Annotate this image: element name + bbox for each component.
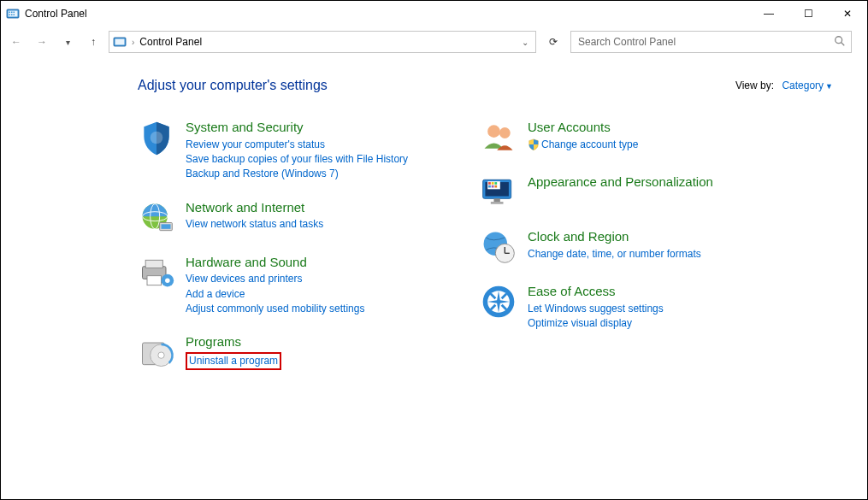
ease-of-access-icon [480,283,517,321]
svg-rect-20 [147,275,162,285]
view-by-value[interactable]: Category [782,79,824,91]
svg-rect-32 [492,182,494,185]
category-title[interactable]: Hardware and Sound [186,254,364,271]
svg-point-40 [495,244,514,262]
breadcrumb[interactable]: Control Panel [139,36,513,48]
category-title[interactable]: Ease of Access [528,283,664,300]
link-mobility[interactable]: Adjust commonly used mobility settings [186,302,364,316]
link-date-time-formats[interactable]: Change date, time, or number formats [528,247,701,262]
category-user-accounts: User Accounts Change account type [480,119,736,156]
svg-rect-34 [488,185,491,188]
back-button[interactable]: ← [6,32,27,52]
svg-rect-38 [491,202,504,204]
clock-globe-icon [480,228,517,266]
up-button[interactable]: ↑ [83,32,103,52]
monitor-icon [480,174,517,211]
svg-point-22 [165,278,170,283]
svg-rect-5 [9,15,11,16]
svg-point-27 [499,127,511,138]
chevron-right-icon: › [132,38,134,47]
window-title: Control Panel [25,8,87,20]
svg-rect-17 [162,224,171,229]
page-header: Adjust your computer's settings View by:… [138,78,833,93]
control-panel-icon [113,35,127,49]
forward-button[interactable]: → [32,32,52,52]
svg-point-12 [151,132,163,144]
svg-rect-19 [145,260,162,268]
globe-icon [138,199,175,237]
close-button[interactable]: ✕ [828,1,867,26]
svg-rect-36 [494,185,497,188]
link-review-status[interactable]: Review your computer's status [186,138,408,152]
category-title[interactable]: Network and Internet [186,199,323,216]
titlebar: Control Panel — ☐ ✕ [1,1,867,26]
svg-rect-7 [14,15,15,16]
svg-line-11 [841,42,845,45]
category-title[interactable]: System and Security [186,119,408,136]
maximize-button[interactable]: ☐ [788,1,828,26]
category-ease-of-access: Ease of Access Let Windows suggest setti… [480,283,736,331]
users-icon [480,119,517,156]
printer-icon [138,254,175,291]
svg-rect-6 [11,15,13,16]
category-title[interactable]: Programs [186,333,281,350]
shield-icon [138,119,175,156]
highlight-uninstall: Uninstall a program [186,352,281,370]
nav-row: ← → ▾ ↑ › Control Panel ⌄ ⟳ [1,26,867,57]
content-area: Adjust your computer's settings View by:… [1,57,867,388]
svg-rect-31 [488,182,491,185]
svg-rect-35 [492,185,494,188]
link-change-account-type[interactable]: Change account type [528,138,638,152]
link-devices-printers[interactable]: View devices and printers [186,272,364,286]
svg-rect-33 [494,182,497,185]
category-title[interactable]: Appearance and Personalization [528,174,713,191]
view-by: View by: Category▼ [735,79,833,91]
link-backup-restore[interactable]: Backup and Restore (Windows 7) [186,167,408,181]
svg-rect-9 [115,39,125,45]
svg-rect-4 [14,12,15,14]
link-network-status[interactable]: View network status and tasks [186,217,323,232]
search-input[interactable] [576,35,834,49]
chevron-down-icon[interactable]: ▼ [825,82,833,91]
link-add-device[interactable]: Add a device [186,287,364,302]
category-appearance: Appearance and Personalization [480,174,736,211]
svg-rect-37 [494,198,500,202]
uac-shield-icon [528,138,540,150]
category-hardware: Hardware and Sound View devices and prin… [138,254,428,317]
view-by-label: View by: [735,79,774,91]
svg-point-26 [487,125,500,138]
minimize-button[interactable]: — [749,1,788,26]
address-bar[interactable]: › Control Panel ⌄ [109,31,536,53]
link-suggest-settings[interactable]: Let Windows suggest settings [528,302,664,316]
recent-dropdown[interactable]: ▾ [57,32,78,52]
search-bar[interactable] [570,31,852,53]
svg-rect-2 [9,12,11,14]
svg-rect-3 [11,12,13,14]
chevron-down-icon[interactable]: ⌄ [518,38,532,47]
category-title[interactable]: Clock and Region [528,228,701,245]
refresh-button[interactable]: ⟳ [541,31,565,53]
link-file-history[interactable]: Save backup copies of your files with Fi… [186,152,408,167]
category-system-security: System and Security Review your computer… [138,119,428,182]
control-panel-icon [6,7,20,21]
category-title[interactable]: User Accounts [528,119,638,136]
link-uninstall-program[interactable]: Uninstall a program [189,355,278,367]
category-clock: Clock and Region Change date, time, or n… [480,228,736,266]
svg-point-10 [836,36,842,43]
disc-icon [138,333,175,371]
page-title: Adjust your computer's settings [138,78,735,93]
category-programs: Programs Uninstall a program [138,333,428,371]
svg-point-25 [158,352,164,358]
link-optimize-visual[interactable]: Optimize visual display [528,316,664,331]
category-network: Network and Internet View network status… [138,199,428,237]
search-icon [834,35,846,50]
